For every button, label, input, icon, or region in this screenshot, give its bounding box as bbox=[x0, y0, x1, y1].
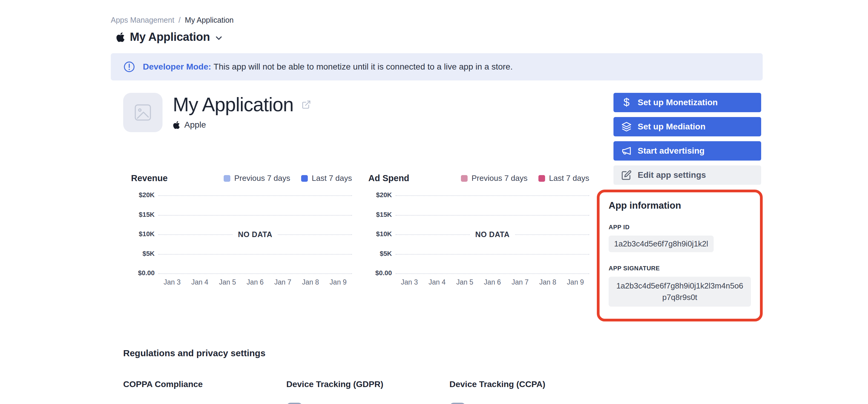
coppa-compliance-card: COPPA Compliance bbox=[123, 379, 286, 404]
revenue-x-axis: Jan 3 Jan 4 Jan 5 Jan 6 Jan 7 Jan 8 Jan … bbox=[158, 278, 352, 287]
breadcrumb: Apps Management / My Application bbox=[111, 16, 763, 25]
y-axis-tick: $0.00 bbox=[131, 269, 155, 277]
page-title: My Application bbox=[130, 31, 210, 43]
legend-item-last: Last 7 days bbox=[301, 174, 352, 183]
external-link-icon[interactable] bbox=[302, 100, 311, 109]
legend-swatch bbox=[538, 175, 545, 182]
dollar-icon: $ bbox=[621, 97, 632, 108]
revenue-chart: Revenue Previous 7 days Last 7 days bbox=[131, 173, 352, 287]
button-label: Start advertising bbox=[638, 146, 705, 156]
revenue-plot-area: $20K $15K $10K $5K bbox=[158, 195, 352, 273]
app-information-card-highlight: App information APP ID 1a2b3c4d5e6f7g8h9… bbox=[597, 190, 763, 322]
x-axis-tick: Jan 9 bbox=[324, 278, 352, 287]
ccpa-title: Device Tracking (CCPA) bbox=[450, 379, 613, 389]
app-header: My Application Apple bbox=[123, 93, 597, 132]
legend-item-previous: Previous 7 days bbox=[224, 174, 290, 183]
image-placeholder-icon bbox=[133, 103, 152, 122]
ad-spend-x-axis: Jan 3 Jan 4 Jan 5 Jan 6 Jan 7 Jan 8 Jan … bbox=[396, 278, 589, 287]
edit-app-settings-button[interactable]: Edit app settings bbox=[614, 165, 761, 185]
revenue-legend: Previous 7 days Last 7 days bbox=[224, 174, 352, 183]
legend-label: Last 7 days bbox=[549, 174, 589, 183]
y-axis-tick: $10K bbox=[368, 230, 392, 238]
platform-label: Apple bbox=[184, 120, 206, 130]
app-switcher[interactable]: My Application bbox=[116, 31, 763, 43]
gridline bbox=[158, 254, 352, 255]
app-platform: Apple bbox=[173, 120, 311, 130]
banner-title: Developer Mode: bbox=[143, 62, 211, 71]
x-axis-tick: Jan 3 bbox=[158, 278, 186, 287]
apple-icon bbox=[173, 121, 180, 129]
gridline bbox=[158, 273, 352, 274]
y-axis-tick: $20K bbox=[131, 191, 155, 199]
apple-icon bbox=[116, 32, 125, 43]
edit-icon bbox=[621, 170, 632, 180]
gdpr-tracking-card: Device Tracking (GDPR) 0 blocked devices bbox=[286, 379, 450, 404]
no-data-label: NO DATA bbox=[232, 230, 278, 239]
gdpr-blocked-count: 0 bbox=[311, 403, 373, 404]
y-axis-tick: $15K bbox=[368, 210, 392, 218]
no-data-label: NO DATA bbox=[470, 230, 515, 239]
button-label: Edit app settings bbox=[638, 170, 706, 180]
gridline bbox=[158, 195, 352, 196]
app-signature-label: APP SIGNATURE bbox=[609, 265, 751, 272]
megaphone-icon bbox=[621, 146, 632, 156]
app-thumbnail-placeholder bbox=[123, 93, 162, 132]
button-label: Set up Mediation bbox=[638, 122, 706, 132]
legend-label: Previous 7 days bbox=[471, 174, 528, 183]
phone-blocked-icon bbox=[450, 403, 466, 404]
ad-spend-legend: Previous 7 days Last 7 days bbox=[461, 174, 589, 183]
legend-swatch bbox=[301, 175, 308, 182]
x-axis-tick: Jan 6 bbox=[478, 278, 506, 287]
breadcrumb-apps-management-link[interactable]: Apps Management bbox=[111, 16, 174, 25]
coppa-description: This app is NOT directed to children und… bbox=[152, 403, 255, 404]
legend-label: Last 7 days bbox=[312, 174, 352, 183]
banner-text: Developer Mode:This app will not be able… bbox=[143, 62, 513, 72]
gridline bbox=[158, 215, 352, 215]
y-axis-tick: $0.00 bbox=[368, 269, 392, 277]
x-axis-tick: Jan 5 bbox=[214, 278, 241, 287]
app-overview-page: Apps Management / My Application My Appl… bbox=[0, 0, 868, 404]
set-up-mediation-button[interactable]: Set up Mediation bbox=[614, 117, 761, 136]
y-axis-tick: $10K bbox=[131, 230, 155, 238]
set-up-monetization-button[interactable]: $ Set up Monetization bbox=[614, 93, 761, 112]
breadcrumb-separator: / bbox=[179, 16, 181, 25]
app-id-value[interactable]: 1a2b3c4d5e6f7g8h9i0j1k2l bbox=[609, 236, 714, 252]
ad-spend-chart-title: Ad Spend bbox=[368, 173, 409, 183]
chevron-down-icon[interactable] bbox=[216, 36, 222, 40]
x-axis-tick: Jan 8 bbox=[297, 278, 324, 287]
coppa-title: COPPA Compliance bbox=[123, 379, 286, 389]
app-information-title: App information bbox=[609, 200, 751, 211]
y-axis-tick: $15K bbox=[131, 210, 155, 218]
start-advertising-button[interactable]: Start advertising bbox=[614, 141, 761, 161]
x-axis-tick: Jan 3 bbox=[396, 278, 423, 287]
app-signature-value[interactable]: 1a2b3c4d5e6f7g8h9i0j1k2l3m4n5o6p7q8r9s0t bbox=[609, 277, 751, 307]
alert-circle-icon bbox=[123, 61, 135, 73]
button-label: Set up Monetization bbox=[638, 98, 718, 107]
y-axis-tick: $20K bbox=[368, 191, 392, 199]
legend-swatch bbox=[224, 175, 230, 182]
x-axis-tick: Jan 7 bbox=[506, 278, 534, 287]
phone-blocked-icon bbox=[286, 403, 303, 404]
x-axis-tick: Jan 6 bbox=[241, 278, 269, 287]
legend-item-previous: Previous 7 days bbox=[461, 174, 528, 183]
revenue-chart-title: Revenue bbox=[131, 173, 168, 183]
y-axis-tick: $5K bbox=[131, 249, 155, 257]
x-axis-tick: Jan 5 bbox=[451, 278, 478, 287]
regulations-title: Regulations and privacy settings bbox=[123, 348, 763, 358]
legend-item-last: Last 7 days bbox=[538, 174, 589, 183]
ccpa-tracking-card: Device Tracking (CCPA) 0 blocked devices bbox=[450, 379, 613, 404]
developer-mode-banner: Developer Mode:This app will not be able… bbox=[111, 53, 763, 80]
gridline bbox=[396, 195, 589, 196]
banner-message: This app will not be able to monetize un… bbox=[214, 62, 513, 71]
ad-spend-chart: Ad Spend Previous 7 days Last 7 days bbox=[368, 173, 589, 287]
gdpr-title: Device Tracking (GDPR) bbox=[286, 379, 450, 389]
breadcrumb-current: My Application bbox=[185, 16, 234, 25]
layers-icon bbox=[621, 122, 632, 132]
legend-swatch bbox=[461, 175, 468, 182]
gridline bbox=[396, 273, 589, 274]
x-axis-tick: Jan 4 bbox=[423, 278, 451, 287]
x-axis-tick: Jan 7 bbox=[269, 278, 297, 287]
x-axis-tick: Jan 8 bbox=[534, 278, 561, 287]
ad-spend-plot-area: $20K $15K $10K $5K bbox=[396, 195, 589, 273]
gridline bbox=[396, 254, 589, 255]
